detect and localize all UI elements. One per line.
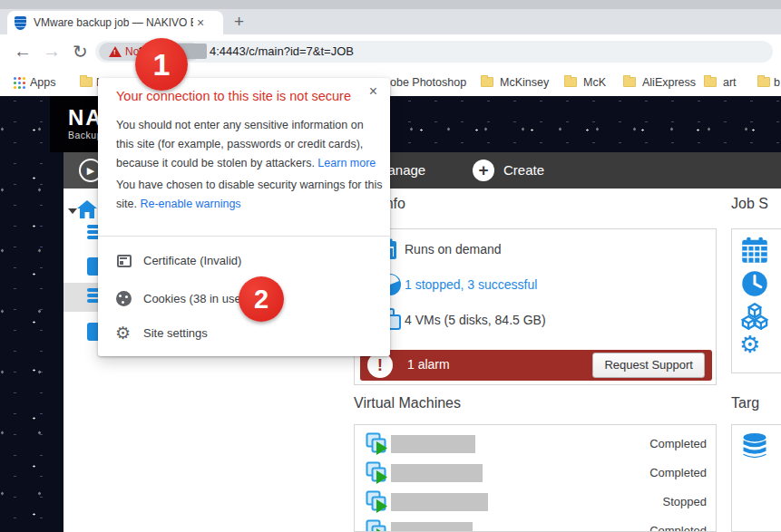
apps-grid-icon[interactable] — [14, 77, 16, 80]
vm-icon — [366, 461, 389, 485]
vm-status: Completed — [649, 466, 707, 479]
vm-status: Completed — [649, 524, 707, 532]
popup-warning-text: You should not enter any sensitive infor… — [116, 116, 383, 173]
bookmark-adobe-photoshop[interactable]: obe Photoshop — [390, 76, 466, 89]
bookmark-apps[interactable]: Apps — [30, 76, 56, 89]
virtual-machines-heading: Virtual Machines — [354, 395, 461, 411]
job-info-panel: Runs on demand 1 stopped, 3 successful 4… — [354, 228, 717, 385]
create-plus-icon[interactable]: + — [473, 160, 494, 181]
annotation-badge-2: 2 — [239, 276, 284, 322]
bookmark-folder-icon[interactable] — [481, 77, 493, 87]
address-bar[interactable]: ! Not secure 1 4:4443/c/main?id=7&t=JOB — [95, 41, 773, 63]
forward-button-icon: → — [43, 41, 61, 62]
not-secure-warning-icon: ! — [109, 46, 122, 57]
vm-status: Completed — [649, 437, 707, 450]
app-aware-cubes-icon[interactable] — [741, 303, 768, 330]
bookmark-mckinsey[interactable]: McKinsey — [500, 76, 549, 89]
vm-row[interactable]: Completed — [355, 461, 716, 487]
popup-title: Your connection to this site is not secu… — [116, 89, 351, 103]
vm-name-blur — [391, 522, 473, 532]
tree-expand-caret-icon[interactable] — [68, 208, 77, 214]
virtual-machines-panel: Completed Completed Stopped — [354, 424, 717, 532]
job-schedule-value: Runs on demand — [405, 242, 502, 256]
bookmark-b[interactable]: b — [774, 76, 780, 89]
calendar-icon[interactable] — [741, 237, 768, 264]
cookies-label: Cookies (38 in use) — [143, 292, 245, 305]
screenshot-root: VMware backup job — NAKIVO B × + ← → ↻ !… — [0, 0, 781, 532]
bookmark-art[interactable]: art — [723, 76, 737, 89]
vm-name-blur — [391, 493, 488, 511]
vm-name-blur — [391, 464, 483, 482]
job-settings-heading: Job S — [731, 196, 768, 212]
bookmark-aliexpress[interactable]: AliExpress — [642, 76, 696, 89]
warning-exclamation: ! — [113, 48, 116, 56]
bookmark-folder-icon[interactable] — [80, 77, 93, 87]
popup-close-icon[interactable]: × — [369, 83, 377, 100]
url-text: 4:4443/c/main?id=7&t=JOB — [210, 44, 354, 58]
vm-icon — [366, 432, 389, 456]
certificate-label: Certificate (Invalid) — [143, 254, 241, 267]
learn-more-link[interactable]: Learn more — [317, 157, 376, 169]
schedule-clock-icon[interactable] — [741, 270, 768, 297]
popup-disabled-warnings-text: You have chosen to disable security warn… — [116, 176, 383, 214]
popup-divider — [98, 236, 390, 237]
browser-tab[interactable]: VMware backup job — NAKIVO B × — [7, 11, 223, 34]
certificate-menu-item[interactable]: Certificate (Invalid) — [98, 243, 390, 279]
vm-icon — [366, 490, 389, 514]
annotation-badge-1: 1 — [135, 38, 188, 91]
certificate-icon — [117, 255, 132, 267]
vm-count-value: 4 VMs (5 disks, 84.5 GB) — [405, 313, 546, 327]
request-support-button[interactable]: Request Support — [592, 353, 705, 378]
browser-toolbar: ← → ↻ ! Not secure 1 4:4443/c/main?id=7&… — [0, 34, 781, 69]
bookmark-folder-icon[interactable] — [704, 77, 717, 87]
options-gears-icon[interactable]: ⚙ — [739, 331, 760, 359]
alarm-text: 1 alarm — [407, 357, 450, 372]
new-tab-button[interactable]: + — [234, 12, 244, 32]
bookmark-folder-icon[interactable] — [623, 77, 636, 87]
site-settings-menu-item[interactable]: ⚙ Site settings — [98, 315, 390, 352]
reload-button-icon[interactable]: ↻ — [73, 41, 88, 63]
vm-icon — [366, 519, 389, 532]
vm-row[interactable]: Completed — [355, 519, 716, 532]
alarm-icon: ! — [367, 353, 393, 378]
vm-status: Stopped — [663, 495, 707, 508]
gear-icon: ⚙ — [115, 323, 131, 343]
vm-row[interactable]: Completed — [355, 432, 716, 458]
job-settings-panel: ⚙ — [731, 228, 781, 373]
window-titlebar — [0, 0, 781, 9]
vm-row[interactable]: Stopped — [355, 490, 716, 516]
nakivo-shield-favicon-icon — [15, 16, 26, 30]
site-settings-label: Site settings — [143, 326, 208, 340]
bookmark-folder-icon[interactable] — [564, 77, 577, 87]
re-enable-warnings-link[interactable]: Re-enable warnings — [140, 198, 240, 210]
bookmark-folder-icon[interactable] — [757, 77, 770, 87]
tab-bar: VMware backup job — NAKIVO B × + — [0, 9, 781, 34]
vm-name-blur — [391, 435, 475, 453]
run-history-link[interactable]: 1 stopped, 3 successful — [405, 277, 537, 292]
alarm-banner: ! 1 alarm Request Support — [360, 350, 712, 381]
bookmark-mck[interactable]: McK — [583, 76, 606, 89]
home-icon[interactable] — [77, 200, 97, 218]
tab-title: VMware backup job — NAKIVO B — [34, 16, 193, 29]
repository-database-icon[interactable] — [741, 432, 768, 459]
tab-close-icon[interactable]: × — [197, 15, 204, 30]
target-heading: Targ — [731, 395, 759, 411]
cookie-icon — [116, 291, 132, 306]
target-panel — [731, 424, 781, 532]
back-button-icon[interactable]: ← — [14, 41, 32, 62]
create-menu[interactable]: Create — [503, 162, 544, 178]
